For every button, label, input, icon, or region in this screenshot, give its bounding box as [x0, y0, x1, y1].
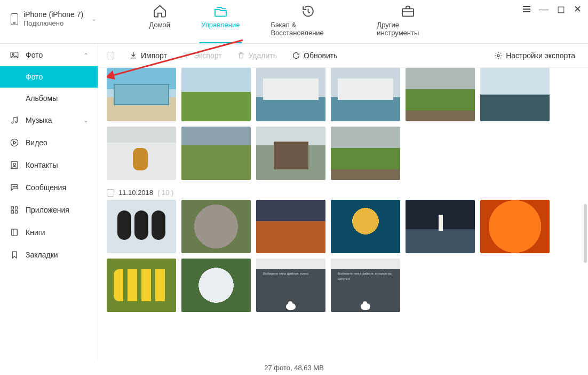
import-label: Импорт — [141, 51, 167, 60]
sidebar-item-video[interactable]: Видео — [0, 131, 98, 154]
sidebar-item-video-label: Видео — [26, 138, 47, 147]
close-button[interactable]: ✕ — [574, 3, 582, 15]
maximize-button[interactable]: ◻ — [557, 3, 565, 15]
import-button[interactable]: Импорт — [129, 51, 167, 60]
phone-icon — [11, 13, 18, 25]
sidebar-item-photos-label: Фото — [26, 73, 43, 81]
download-icon — [129, 51, 138, 60]
device-selector[interactable]: iPhone (iPhone 7) Подключено ⌄ — [0, 0, 101, 28]
photo-thumbnail[interactable] — [331, 127, 400, 180]
screenshot-caption: Выберите типы файлов, котор — [263, 271, 319, 277]
photo-grid: Выберите типы файлов, котор Выберите тип… — [107, 200, 579, 312]
svg-rect-13 — [11, 211, 14, 214]
photo-thumbnail[interactable] — [256, 200, 325, 253]
main-area: Фото ⌃ Фото Альбомы Музыка ⌄ Видео Конта… — [0, 44, 588, 360]
cloud-icon — [361, 303, 370, 310]
chevron-up-icon: ⌃ — [84, 52, 88, 58]
sidebar-item-photos[interactable]: Фото — [0, 66, 98, 88]
content-area: Импорт Экспорт Удалить Обновить Настройк… — [98, 44, 588, 360]
cloud-icon — [286, 303, 296, 310]
group-count: ( 10 ) — [157, 189, 173, 197]
photo-thumbnail[interactable] — [181, 127, 251, 180]
delete-label: Удалить — [249, 51, 277, 60]
device-text: iPhone (iPhone 7) Подключено — [23, 10, 83, 28]
sidebar-item-bookmarks[interactable]: Закладки — [0, 244, 98, 266]
group-checkbox[interactable] — [107, 189, 114, 197]
photo-thumbnail[interactable] — [107, 68, 176, 121]
photo-thumbnail[interactable] — [107, 200, 176, 253]
sidebar-item-apps[interactable]: Приложения — [0, 199, 98, 221]
tab-tools-label: Другие инструменты — [377, 21, 439, 37]
photo-grid — [107, 68, 579, 180]
restore-icon — [300, 4, 316, 19]
svg-point-7 — [13, 163, 16, 166]
device-status: Подключено — [23, 19, 83, 28]
svg-rect-0 — [402, 9, 414, 16]
export-settings-button[interactable]: Настройки экспорта — [494, 51, 575, 60]
sidebar-item-messages[interactable]: Сообщения — [0, 176, 98, 199]
tab-home[interactable]: Домой — [147, 0, 173, 43]
photo-thumbnail[interactable] — [256, 127, 325, 180]
photo-scroll-area[interactable]: 11.10.2018 ( 10 ) Выберите типы файлов, … — [98, 68, 588, 321]
photo-thumbnail[interactable] — [331, 200, 400, 253]
sidebar: Фото ⌃ Фото Альбомы Музыка ⌄ Видео Конта… — [0, 44, 98, 360]
top-tabs: Домой Управление Бэкап & Восстановление … — [147, 0, 441, 43]
svg-point-9 — [14, 186, 15, 188]
sidebar-item-albums-label: Альбомы — [26, 94, 58, 103]
refresh-button[interactable]: Обновить — [292, 51, 337, 60]
sidebar-item-contacts[interactable]: Контакты — [0, 154, 98, 176]
tab-backup[interactable]: Бэкап & Восстановление — [268, 0, 348, 43]
music-icon — [10, 115, 19, 125]
image-icon — [10, 50, 19, 60]
photo-thumbnail[interactable]: Выберите типы файлов, котор — [256, 259, 325, 312]
trash-icon — [237, 51, 245, 60]
device-name: iPhone (iPhone 7) — [23, 10, 83, 19]
toolbox-icon — [400, 4, 416, 19]
photo-thumbnail[interactable] — [406, 68, 475, 121]
sidebar-item-music[interactable]: Музыка ⌄ — [0, 109, 98, 131]
sidebar-section-photo[interactable]: Фото ⌃ — [0, 44, 98, 66]
photo-thumbnail[interactable] — [107, 259, 176, 312]
photo-thumbnail[interactable] — [181, 200, 251, 253]
photo-thumbnail[interactable] — [406, 200, 475, 253]
sidebar-item-albums[interactable]: Альбомы — [0, 88, 98, 109]
svg-point-8 — [13, 186, 14, 188]
book-icon — [10, 228, 19, 237]
gear-icon — [494, 51, 503, 60]
export-label: Экспорт — [194, 51, 222, 60]
app-header: iPhone (iPhone 7) Подключено ⌄ Домой Упр… — [0, 0, 588, 44]
scrollbar-thumb[interactable] — [584, 204, 587, 263]
tab-tools[interactable]: Другие инструменты — [375, 0, 441, 43]
svg-point-5 — [11, 139, 18, 146]
photo-thumbnail[interactable] — [331, 68, 400, 121]
photo-thumbnail[interactable]: Выберите типы файлов, которые вы хотите … — [331, 259, 400, 312]
sidebar-item-contacts-label: Контакты — [26, 161, 58, 169]
photo-thumbnail[interactable] — [480, 200, 550, 253]
tab-manage[interactable]: Управление — [199, 0, 242, 43]
sidebar-item-books[interactable]: Книги — [0, 221, 98, 244]
bookmark-icon — [10, 250, 19, 260]
photo-thumbnail[interactable] — [107, 127, 176, 180]
photo-thumbnail[interactable] — [181, 259, 251, 312]
upload-icon — [182, 51, 190, 60]
export-settings-label: Настройки экспорта — [506, 51, 575, 60]
delete-button[interactable]: Удалить — [237, 51, 277, 60]
photo-thumbnail[interactable] — [256, 68, 325, 121]
date-group-header[interactable]: 11.10.2018 ( 10 ) — [107, 189, 579, 197]
home-icon — [152, 4, 168, 19]
sidebar-item-apps-label: Приложения — [26, 206, 69, 214]
minimize-button[interactable]: — — [539, 4, 549, 15]
svg-rect-15 — [12, 229, 18, 236]
sidebar-item-music-label: Музыка — [26, 116, 52, 124]
tab-manage-label: Управление — [201, 21, 240, 29]
export-button[interactable]: Экспорт — [182, 51, 222, 60]
chevron-down-icon[interactable]: ⌄ — [92, 16, 96, 22]
tab-home-label: Домой — [149, 21, 171, 29]
photo-thumbnail[interactable] — [181, 68, 251, 121]
refresh-icon — [292, 51, 300, 60]
photo-thumbnail[interactable] — [480, 68, 550, 121]
svg-rect-12 — [15, 207, 18, 209]
menu-icon[interactable] — [523, 6, 530, 12]
select-all-checkbox[interactable] — [107, 52, 114, 59]
svg-point-4 — [15, 121, 17, 123]
